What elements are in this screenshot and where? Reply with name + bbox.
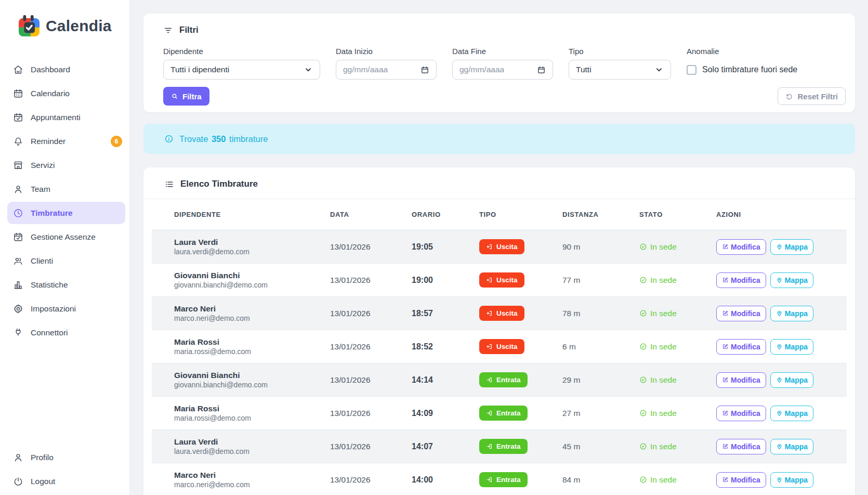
dipendente-field: Dipendente Tutti i dipendenti <box>163 47 320 80</box>
map-pin-icon <box>776 343 783 350</box>
modifica-button[interactable]: Modifica <box>716 472 766 488</box>
actions-cell: ModificaMappa <box>716 406 847 421</box>
tipo-badge-label: Uscita <box>496 243 518 251</box>
mappa-button-label: Mappa <box>785 276 808 284</box>
tipo-cell: Uscita <box>479 272 562 288</box>
actions-cell: ModificaMappa <box>716 339 847 355</box>
mappa-button[interactable]: Mappa <box>770 239 813 255</box>
mappa-button[interactable]: Mappa <box>770 406 813 421</box>
modifica-button[interactable]: Modifica <box>716 272 766 288</box>
sidebar-item-dashboard[interactable]: Dashboard <box>7 58 125 81</box>
mappa-button[interactable]: Mappa <box>770 439 813 454</box>
tipo-badge: Entrata <box>479 406 528 421</box>
distance-cell: 6 m <box>562 342 639 351</box>
anomalie-checkbox-label[interactable]: Solo timbrature fuori sede <box>702 65 797 74</box>
reset-filtri-button[interactable]: Reset Filtri <box>778 87 846 105</box>
sidebar-item-impostazioni[interactable]: Impostazioni <box>7 297 125 320</box>
data-fine-input[interactable]: gg/mm/aaaa <box>452 60 553 80</box>
employee-name: Marco Neri <box>174 304 330 314</box>
bell-icon <box>13 136 23 147</box>
filtra-button[interactable]: Filtra <box>163 87 209 106</box>
mappa-button-label: Mappa <box>785 376 808 384</box>
modifica-button[interactable]: Modifica <box>716 239 766 255</box>
sidebar-item-statistiche[interactable]: Statistiche <box>7 273 125 296</box>
distance-cell: 27 m <box>562 409 639 418</box>
column-header-orario: Orario <box>412 211 479 218</box>
modifica-button[interactable]: Modifica <box>716 439 766 454</box>
calendar-icon <box>13 88 23 99</box>
check-circle-icon <box>639 376 647 384</box>
sidebar-item-logout[interactable]: Logout <box>7 470 125 492</box>
modifica-button[interactable]: Modifica <box>716 306 766 321</box>
mappa-button[interactable]: Mappa <box>770 472 813 488</box>
modifica-button[interactable]: Modifica <box>716 339 766 355</box>
check-circle-icon <box>639 476 647 484</box>
mappa-button-label: Mappa <box>785 442 808 451</box>
sidebar-item-team[interactable]: Team <box>7 178 125 200</box>
calendar-icon[interactable] <box>420 66 429 74</box>
person-icon <box>13 452 23 463</box>
sidebar-footer-nav: ProfiloLogout <box>0 445 129 494</box>
employee-name: Maria Rossi <box>174 403 330 413</box>
reset-button-label: Reset Filtri <box>797 92 838 101</box>
sidebar-item-servizi[interactable]: Servizi <box>7 154 125 176</box>
calendar-check-icon <box>13 232 23 242</box>
filters-row: Dipendente Tutti i dipendenti Data Inizi… <box>163 47 846 80</box>
mappa-button[interactable]: Mappa <box>770 272 813 288</box>
data-inizio-input[interactable]: gg/mm/aaaa <box>336 60 437 80</box>
mappa-button-label: Mappa <box>785 343 808 351</box>
tipo-cell: Entrata <box>479 472 562 487</box>
enter-icon <box>486 376 493 383</box>
date-cell: 13/01/2026 <box>330 475 412 485</box>
mappa-button-label: Mappa <box>785 309 808 318</box>
sidebar-item-calendario[interactable]: Calendario <box>7 82 125 105</box>
filters-title: Filtri <box>179 25 199 35</box>
distance-cell: 78 m <box>562 309 639 318</box>
sidebar-item-label: Appuntamenti <box>31 113 81 122</box>
modifica-button[interactable]: Modifica <box>716 406 766 421</box>
employee-email: laura.verdi@demo.com <box>174 247 330 256</box>
actions-cell: ModificaMappa <box>716 272 847 288</box>
actions-cell: ModificaMappa <box>716 239 847 255</box>
anomalie-checkbox[interactable] <box>687 65 696 75</box>
tipo-badge-label: Entrata <box>496 376 521 384</box>
mappa-button[interactable]: Mappa <box>770 306 813 321</box>
sidebar-item-clienti[interactable]: Clienti <box>7 250 125 272</box>
date-cell: 13/01/2026 <box>330 342 412 351</box>
table-row: Laura Verdilaura.verdi@demo.com13/01/202… <box>152 430 847 463</box>
enter-icon <box>486 443 493 450</box>
mappa-button-label: Mappa <box>785 476 808 484</box>
time-cell: 14:07 <box>412 442 479 451</box>
sidebar-item-reminder[interactable]: Reminder6 <box>7 130 125 152</box>
mappa-button[interactable]: Mappa <box>770 372 813 388</box>
calendar-icon[interactable] <box>537 66 546 74</box>
app-title: Calendia <box>46 17 112 35</box>
edit-icon <box>722 343 729 350</box>
sidebar-item-gestione-assenze[interactable]: Gestione Assenze <box>7 226 125 248</box>
status-label: In sede <box>650 442 677 451</box>
status-label: In sede <box>650 475 677 485</box>
enter-icon <box>486 410 493 416</box>
mappa-button[interactable]: Mappa <box>770 339 813 355</box>
sidebar-item-label: Dashboard <box>31 65 70 74</box>
sidebar-item-timbrature[interactable]: Timbrature <box>7 202 125 224</box>
sidebar-item-profilo[interactable]: Profilo <box>7 446 125 468</box>
date-cell: 13/01/2026 <box>330 375 412 385</box>
map-pin-icon <box>776 310 783 317</box>
tipo-select[interactable]: Tutti <box>569 60 671 80</box>
edit-icon <box>722 243 729 250</box>
chevron-down-icon <box>654 65 664 74</box>
sidebar-item-connettori[interactable]: Connettori <box>7 321 125 344</box>
exit-icon <box>486 277 493 283</box>
employee-name: Giovanni Bianchi <box>174 370 330 380</box>
sidebar-item-appuntamenti[interactable]: Appuntamenti <box>7 106 125 128</box>
check-circle-icon <box>639 442 647 450</box>
data-fine-label: Data Fine <box>452 47 553 56</box>
tipo-badge-label: Entrata <box>496 476 521 484</box>
dipendente-select[interactable]: Tutti i dipendenti <box>163 60 320 80</box>
employee-name: Marco Neri <box>174 470 330 480</box>
modifica-button[interactable]: Modifica <box>716 372 766 388</box>
timbrature-panel: Elenco Timbrature DipendenteDataOrarioTi… <box>143 167 855 495</box>
modifica-button-label: Modifica <box>731 309 760 318</box>
modifica-button-label: Modifica <box>731 376 760 384</box>
